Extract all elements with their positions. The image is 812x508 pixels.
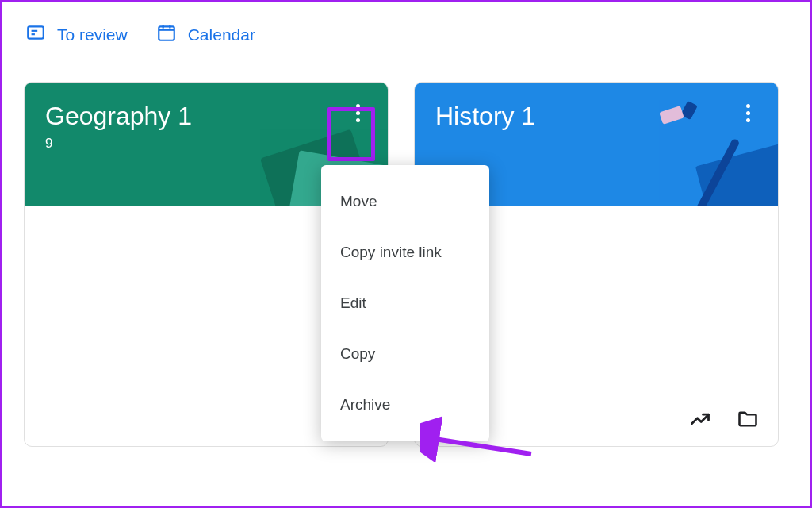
to-review-label: To review bbox=[57, 25, 128, 44]
svg-rect-0 bbox=[28, 26, 44, 38]
calendar-link[interactable]: Calendar bbox=[156, 22, 255, 47]
menu-item-move[interactable]: Move bbox=[321, 176, 489, 227]
menu-item-copy[interactable]: Copy bbox=[321, 329, 489, 379]
more-vert-icon bbox=[746, 102, 750, 124]
more-vert-icon bbox=[356, 102, 360, 124]
card-more-button[interactable] bbox=[732, 97, 764, 129]
calendar-icon bbox=[156, 22, 177, 47]
card-context-menu: Move Copy invite link Edit Copy Archive bbox=[321, 165, 489, 441]
to-review-link[interactable]: To review bbox=[25, 22, 128, 47]
folder-icon[interactable] bbox=[735, 406, 760, 432]
analytics-icon[interactable] bbox=[688, 406, 713, 432]
svg-rect-3 bbox=[159, 26, 174, 40]
menu-item-archive[interactable]: Archive bbox=[321, 379, 489, 430]
menu-item-edit[interactable]: Edit bbox=[321, 278, 489, 329]
topbar: To review Calendar bbox=[2, 2, 810, 63]
menu-item-copy-invite-link[interactable]: Copy invite link bbox=[321, 227, 489, 278]
card-more-button[interactable] bbox=[342, 97, 373, 129]
review-icon bbox=[25, 22, 46, 47]
calendar-label: Calendar bbox=[188, 25, 255, 44]
